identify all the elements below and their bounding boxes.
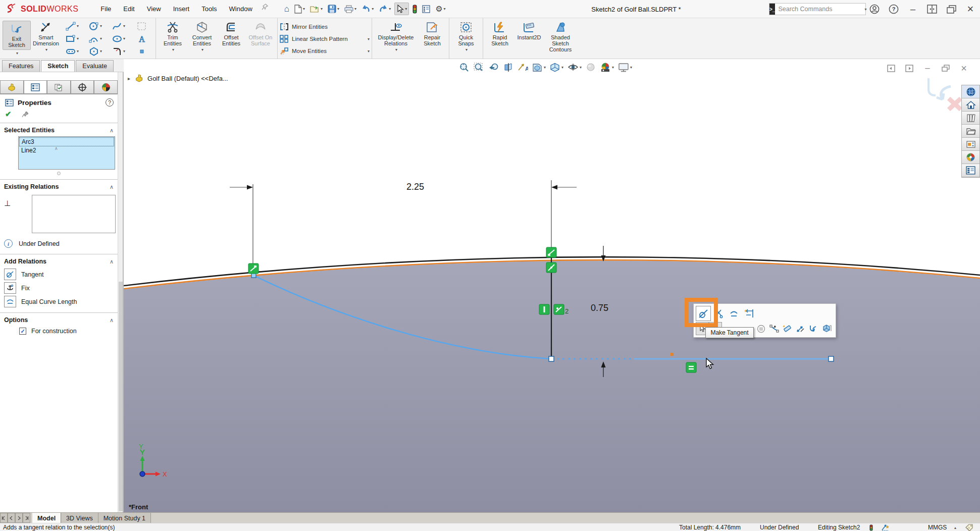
ok-button[interactable]: ✔ (5, 110, 12, 119)
tab-scroll-last[interactable] (23, 513, 30, 523)
exit-sketch-context-button[interactable] (807, 322, 820, 335)
cancel-sketch-icon[interactable] (949, 98, 961, 110)
tab-scroll-prev[interactable] (8, 513, 15, 523)
add-relations-section-header[interactable]: Add Relations ∧ (0, 254, 118, 268)
list-item[interactable]: Arc3 (19, 137, 114, 146)
add-dimension-button[interactable] (741, 306, 756, 321)
line-tool[interactable]: ▾ (61, 22, 84, 31)
options-section-header[interactable]: Options ∧ (0, 313, 118, 326)
tab-model[interactable]: Model (32, 513, 61, 523)
rectangle-tool[interactable]: ▾ (61, 34, 84, 43)
selected-entities-section-header[interactable]: Selected Entities ∧ (0, 123, 118, 136)
shaded-sketch-contours-button[interactable]: Shaded Sketch Contours (544, 19, 577, 52)
file-explorer-tab[interactable] (962, 125, 979, 138)
menu-view[interactable]: View (141, 3, 167, 15)
convert-entities-button[interactable]: Convert Entities ▾ (188, 19, 216, 52)
add-relation-tangent[interactable]: Tangent (0, 268, 118, 281)
undo-button[interactable]: ▾ (360, 4, 375, 14)
fully-define-sketch-button[interactable] (781, 322, 794, 335)
mirror-entities-button[interactable]: Mirror Entities (280, 21, 370, 33)
panel-scrollbar[interactable] (118, 72, 123, 512)
circled-equal-icon-button[interactable] (754, 322, 767, 335)
tree-expand-icon[interactable]: ▸ (128, 76, 130, 81)
units-caret-icon[interactable]: ▴ (954, 525, 956, 530)
save-button[interactable]: ▾ (326, 3, 341, 15)
midpoint-marker[interactable] (670, 353, 674, 356)
exit-sketch-button[interactable]: Exit Sketch ▾ (3, 19, 31, 56)
settings-gear-button[interactable]: ⚙▾ (434, 3, 447, 15)
display-manager-tab[interactable] (94, 80, 118, 93)
text-tool[interactable]: A (130, 34, 153, 43)
linear-sketch-pattern-button[interactable]: Linear Sketch Pattern ▾ (280, 33, 370, 45)
tab-scroll-next[interactable] (15, 513, 23, 523)
list-resize-handle[interactable] (57, 172, 61, 175)
existing-relations-list[interactable] (32, 195, 116, 233)
pane-right-icon[interactable] (903, 62, 916, 75)
selected-entities-list[interactable]: Arc3 Line2 (18, 136, 115, 170)
3d-contentcentral-tab[interactable]: 3D (962, 85, 979, 98)
print-button[interactable]: ▾ (343, 4, 358, 15)
exit-sketch-arrow-icon[interactable] (937, 86, 951, 99)
menu-window[interactable]: Window (223, 3, 259, 15)
tab-3d-views[interactable]: 3D Views (61, 513, 98, 523)
split-view-button[interactable] (925, 3, 939, 16)
add-relation-equal-curve-length[interactable]: Equal Curve Length (0, 295, 118, 308)
rebuild-button[interactable] (411, 3, 419, 15)
polygon-tool[interactable]: ▾ (84, 47, 107, 56)
feature-tree-root[interactable]: ▸ Golf Ball (Default) <<Defa... (128, 74, 228, 82)
repair-sketch-button[interactable]: Repair Sketch (418, 19, 446, 46)
new-file-button[interactable]: ▾ (293, 3, 306, 15)
show-spline-handles-button[interactable] (767, 322, 781, 335)
close-button[interactable]: × (964, 3, 977, 16)
zoom-to-area-button[interactable] (472, 61, 486, 74)
exit-sketch-corner-icon[interactable] (929, 78, 936, 95)
home-button[interactable]: ⌂ (283, 3, 291, 16)
auto-dimension-button[interactable] (794, 322, 807, 335)
confirmation-corner[interactable] (924, 75, 965, 112)
doc-close-button[interactable]: × (957, 62, 970, 75)
custom-properties-tab[interactable] (962, 164, 979, 177)
display-delete-relations-button[interactable]: Display/Delete Relations ▾ (375, 19, 417, 52)
instant2d-button[interactable]: Instant2D (515, 19, 543, 40)
user-account-icon[interactable] (868, 3, 881, 16)
isometric-view-button[interactable] (820, 322, 833, 335)
list-item[interactable]: Line2 (19, 146, 114, 154)
pane-left-icon[interactable] (885, 62, 898, 75)
tab-evaluate[interactable]: Evaluate (76, 60, 114, 72)
redo-button[interactable]: ▾ (377, 4, 392, 14)
doc-restore-button[interactable] (939, 62, 952, 75)
dimxpert-manager-tab[interactable] (71, 80, 94, 93)
fillet-tool[interactable]: ▾ (107, 47, 130, 56)
view-settings-button[interactable]: ▾ (616, 61, 634, 74)
status-tag-icon[interactable] (965, 524, 973, 531)
display-style-button[interactable]: ▾ (548, 61, 565, 74)
doc-minimize-button[interactable]: – (921, 62, 934, 75)
status-sketch-warning-icon[interactable] (881, 524, 889, 531)
offset-entities-button[interactable]: Offset Entities (217, 19, 245, 46)
menu-pin-icon[interactable] (262, 3, 269, 15)
make-equal-curve-button[interactable] (726, 306, 741, 321)
hide-show-items-button[interactable]: ▾ (565, 61, 584, 74)
tab-features[interactable]: Features (2, 60, 40, 72)
point-tool[interactable] (130, 47, 153, 56)
slot-tool[interactable]: ▾ (61, 47, 84, 56)
menu-tools[interactable]: Tools (195, 3, 223, 15)
apply-scene-button[interactable]: ▾ (598, 61, 616, 74)
options-list-button[interactable] (421, 4, 432, 15)
section-view-button[interactable] (501, 61, 515, 74)
help-icon[interactable]: ? (887, 3, 900, 16)
select-tool-button[interactable]: ▾ (394, 3, 409, 15)
dimension-value-width[interactable]: 2.25 (406, 182, 424, 192)
for-construction-checkbox[interactable]: ✓ (19, 328, 26, 335)
smart-dimension-button[interactable]: Smart Dimension ▾ (32, 19, 60, 52)
appearances-scenes-tab[interactable] (962, 151, 979, 164)
trim-entities-button[interactable]: Trim Entities ▾ (159, 19, 187, 52)
arc-tool[interactable]: ▾ (84, 34, 107, 43)
for-construction-option[interactable]: ✓ For construction (0, 326, 118, 335)
graphics-viewport[interactable]: 2 2.25 0.75 ▸ Golf Ball (Default) <<Defa… (124, 59, 980, 512)
quick-snaps-button[interactable]: Quick Snaps ▾ (452, 19, 480, 52)
spline-tool[interactable]: ▾ (107, 22, 130, 31)
configuration-manager-tab[interactable] (47, 80, 71, 93)
menu-insert[interactable]: Insert (167, 3, 196, 15)
tab-scroll-first[interactable] (0, 513, 8, 523)
